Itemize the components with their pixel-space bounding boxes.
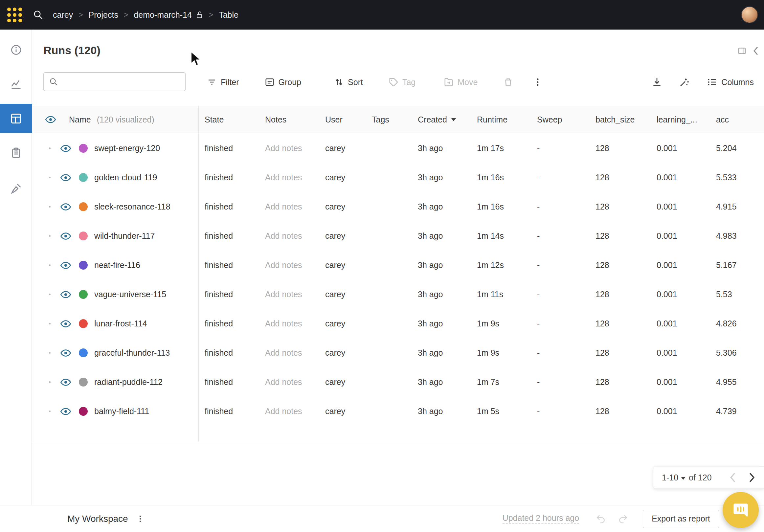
page-range[interactable]: 1-10: [662, 473, 678, 482]
sidebar-item-overview[interactable]: [0, 35, 32, 64]
notes-cell[interactable]: Add notes: [259, 192, 319, 221]
table-row[interactable]: balmy-field-111 finished Add notes carey…: [32, 397, 764, 426]
table-row[interactable]: swept-energy-120 finished Add notes care…: [32, 134, 764, 163]
breadcrumb-projects[interactable]: Projects: [89, 10, 118, 20]
notes-cell[interactable]: Add notes: [259, 367, 319, 397]
header-sweep[interactable]: Sweep: [531, 106, 589, 133]
run-name[interactable]: lunar-frost-114: [94, 319, 147, 328]
visibility-eye-icon[interactable]: [61, 232, 71, 240]
run-name[interactable]: balmy-field-111: [94, 407, 149, 416]
notes-cell[interactable]: Add notes: [259, 163, 319, 192]
table-row[interactable]: wild-thunder-117 finished Add notes care…: [32, 221, 764, 251]
chat-launcher-button[interactable]: [723, 492, 759, 528]
runs-search-input[interactable]: [62, 74, 185, 90]
drag-handle[interactable]: [49, 381, 51, 383]
sidebar-item-logs[interactable]: [0, 138, 32, 167]
sort-button[interactable]: Sort: [334, 77, 363, 87]
header-learning-rate[interactable]: learning_...: [650, 106, 710, 133]
run-name[interactable]: sleek-resonance-118: [94, 202, 170, 212]
visibility-eye-icon[interactable]: [61, 144, 71, 152]
notes-cell[interactable]: Add notes: [259, 309, 319, 338]
visibility-eye-icon[interactable]: [61, 320, 71, 328]
undo-icon[interactable]: [596, 514, 606, 524]
more-actions-button[interactable]: [533, 77, 543, 87]
download-button[interactable]: [652, 77, 662, 88]
notes-cell[interactable]: Add notes: [259, 397, 319, 426]
drag-handle[interactable]: [49, 177, 51, 178]
page-size-caret-icon[interactable]: [681, 477, 685, 480]
run-name[interactable]: radiant-puddle-112: [94, 377, 163, 387]
updated-status[interactable]: Updated 2 hours ago: [502, 513, 579, 524]
table-row[interactable]: golden-cloud-119 finished Add notes care…: [32, 163, 764, 192]
header-batch-size[interactable]: batch_size: [589, 106, 650, 133]
header-created[interactable]: Created: [412, 106, 471, 133]
panel-layout-icon[interactable]: [738, 47, 746, 55]
table-row[interactable]: sleek-resonance-118 finished Add notes c…: [32, 192, 764, 221]
visibility-eye-icon[interactable]: [61, 203, 71, 211]
header-runtime[interactable]: Runtime: [471, 106, 531, 133]
table-row[interactable]: radiant-puddle-112 finished Add notes ca…: [32, 367, 764, 397]
unlock-icon[interactable]: [195, 11, 203, 19]
run-name[interactable]: golden-cloud-119: [94, 173, 157, 182]
drag-handle[interactable]: [49, 206, 51, 208]
drag-handle[interactable]: [49, 411, 51, 412]
table-row[interactable]: vague-universe-115 finished Add notes ca…: [32, 280, 764, 309]
visibility-eye-icon[interactable]: [61, 349, 71, 357]
global-search-icon[interactable]: [33, 10, 43, 20]
visibility-eye-icon[interactable]: [61, 174, 71, 182]
table-row[interactable]: graceful-thunder-113 finished Add notes …: [32, 338, 764, 367]
next-page-icon[interactable]: [748, 472, 755, 482]
sidebar-item-sweeps[interactable]: [0, 174, 32, 203]
drag-handle[interactable]: [49, 293, 51, 295]
workspace-menu-icon[interactable]: [136, 515, 144, 523]
run-name[interactable]: vague-universe-115: [94, 290, 166, 299]
header-name-label[interactable]: Name: [69, 115, 91, 124]
header-notes[interactable]: Notes: [259, 106, 319, 133]
run-name[interactable]: swept-energy-120: [94, 143, 160, 153]
notes-cell[interactable]: Add notes: [259, 251, 319, 280]
notes-cell[interactable]: Add notes: [259, 338, 319, 367]
redo-icon[interactable]: [618, 514, 628, 524]
magic-wand-button[interactable]: [679, 77, 690, 88]
sidebar-item-table[interactable]: [0, 104, 32, 133]
header-user[interactable]: User: [319, 106, 366, 133]
drag-handle[interactable]: [49, 352, 51, 354]
panel-controls: [738, 47, 759, 55]
workspace-label[interactable]: My Workspace: [67, 514, 128, 524]
header-state[interactable]: State: [198, 106, 259, 133]
group-button[interactable]: Group: [265, 77, 301, 87]
drag-handle[interactable]: [49, 235, 51, 237]
header-acc[interactable]: acc: [710, 106, 764, 133]
run-name[interactable]: graceful-thunder-113: [94, 348, 170, 358]
breadcrumb-page[interactable]: Table: [219, 10, 239, 20]
run-name[interactable]: neat-fire-116: [94, 261, 140, 270]
tags-cell: [366, 163, 412, 192]
drag-handle[interactable]: [49, 147, 51, 149]
export-report-button[interactable]: Export as report: [643, 510, 719, 528]
drag-handle[interactable]: [49, 265, 51, 266]
breadcrumb-project[interactable]: demo-march-14: [134, 10, 191, 20]
visibility-eye-icon[interactable]: [45, 115, 56, 123]
prev-page-icon[interactable]: [729, 472, 736, 482]
notes-cell[interactable]: Add notes: [259, 221, 319, 251]
columns-button[interactable]: Columns: [707, 77, 754, 88]
visibility-eye-icon[interactable]: [61, 262, 71, 269]
column-divider[interactable]: [198, 106, 199, 442]
notes-cell[interactable]: Add notes: [259, 134, 319, 163]
sidebar-item-charts[interactable]: [0, 70, 32, 99]
run-name[interactable]: wild-thunder-117: [94, 231, 155, 241]
drag-handle[interactable]: [49, 323, 51, 324]
table-row[interactable]: neat-fire-116 finished Add notes carey 3…: [32, 251, 764, 280]
visibility-eye-icon[interactable]: [61, 291, 71, 298]
header-tags[interactable]: Tags: [366, 106, 412, 133]
table-row[interactable]: lunar-frost-114 finished Add notes carey…: [32, 309, 764, 338]
wandb-logo-icon[interactable]: [7, 8, 22, 22]
visibility-eye-icon[interactable]: [61, 408, 71, 416]
visibility-eye-icon[interactable]: [61, 378, 71, 386]
collapse-chevron-icon[interactable]: [753, 47, 759, 55]
filter-button[interactable]: Filter: [207, 77, 239, 87]
created-cell: 3h ago: [412, 367, 471, 397]
notes-cell[interactable]: Add notes: [259, 280, 319, 309]
breadcrumb-user[interactable]: carey: [53, 10, 73, 20]
avatar[interactable]: [741, 6, 758, 23]
